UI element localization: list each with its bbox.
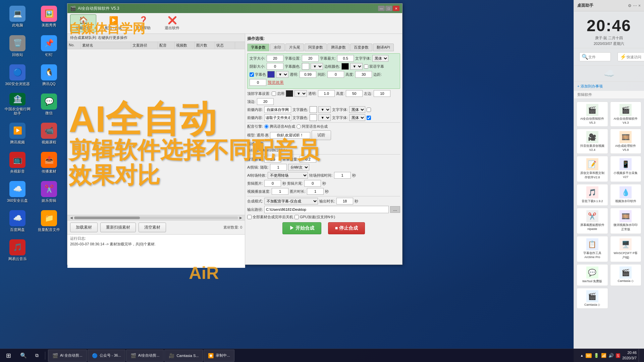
- font-bg-checkbox-label[interactable]: 字幕色: [250, 72, 266, 77]
- quick-access-bar[interactable]: ⚡: [618, 52, 644, 61]
- pre-checkbox2[interactable]: [367, 116, 371, 120]
- taskbar-item-camtasia[interactable]: 🎥 Camtasia S...: [164, 350, 203, 362]
- icon-this-pc[interactable]: 💻 此电脑: [3, 3, 32, 30]
- font-bg-color-box[interactable]: [267, 71, 275, 78]
- top-left-input[interactable]: [374, 90, 390, 97]
- tab-tencent-params[interactable]: 腾讯参数: [327, 44, 350, 51]
- sidebar-app-winscp[interactable]: 🖥️ WinSCP(SFT P客户端): [610, 236, 642, 262]
- top-height-input[interactable]: [346, 90, 363, 97]
- icon-dingding[interactable]: 📌 钉钉: [34, 33, 64, 59]
- pre-font2-select[interactable]: 黑体: [349, 114, 365, 121]
- scroll-right-arrow[interactable]: ▶: [238, 216, 244, 220]
- tts-tencent-label[interactable]: 腾讯语音AI合成: [264, 124, 295, 129]
- height-input[interactable]: [355, 71, 372, 78]
- show-desktop-button[interactable]: [639, 349, 641, 362]
- sidebar-app-ai43[interactable]: 🎬 AI全自动剪辑软件V4.3: [610, 102, 642, 127]
- sidebar-app-aiprocess[interactable]: 🎞️ AI合成处理软件V5.8: [610, 129, 642, 154]
- taskbar-item-recording[interactable]: ⏺️ 录制中...: [204, 350, 234, 362]
- task-view-button[interactable]: ⧉: [30, 349, 44, 362]
- tray-battery-icon[interactable]: 🔋: [594, 353, 599, 358]
- ai-transition-select[interactable]: 不使用转场: [268, 172, 308, 179]
- transparent-input[interactable]: [300, 71, 316, 78]
- tts-test-button[interactable]: 试听: [312, 130, 331, 140]
- maximize-button[interactable]: □: [385, 6, 392, 11]
- file-search-input[interactable]: [588, 55, 608, 59]
- shutdown-label[interactable]: 全部素材合成完毕后关机: [247, 215, 293, 220]
- icon-tencent-video[interactable]: ▶️ 腾讯视频: [3, 120, 32, 147]
- icon-recycle[interactable]: 🗑️ 回收站: [3, 33, 32, 59]
- sidebar-app-article[interactable]: 📝 原创文章和图文制作软件V2.8: [577, 156, 608, 182]
- toolbar-dubbing-btn[interactable]: ▶️ 配音+合成: [100, 15, 127, 32]
- horizontal-scrollbar[interactable]: ◀ ▶: [67, 215, 245, 220]
- tab-intro-outro[interactable]: 片头尾: [285, 44, 304, 51]
- sidebar-app-collect[interactable]: 📱 小视频多平台采集V27: [610, 156, 642, 182]
- icon-media-material[interactable]: 📤 传播素材: [34, 149, 64, 176]
- icon-wechat[interactable]: 💬 微信: [34, 91, 64, 118]
- tab-watermark[interactable]: 水印: [270, 44, 285, 51]
- minimize-button[interactable]: —: [378, 6, 385, 11]
- icon-abc-bank[interactable]: 🏦 中国农业银行网助手: [3, 91, 32, 118]
- file-search-bar[interactable]: 🔍: [579, 52, 611, 61]
- sidebar-app-douyin[interactable]: 🎥 抖音批量原创视频V2.4: [577, 129, 608, 154]
- pre-content1-input[interactable]: [264, 106, 291, 113]
- icon-entertainment-edit[interactable]: ✂️ 娱乐剪辑: [34, 179, 64, 205]
- icon-qq[interactable]: 🐧 腾讯QQ: [34, 62, 64, 88]
- add-material-button[interactable]: 加载素材: [70, 223, 98, 232]
- start-synthesis-button[interactable]: ▶ 开始合成: [282, 222, 321, 234]
- output-duration-input[interactable]: [336, 198, 353, 204]
- icon-netease-music[interactable]: 🎵 网易云音乐: [3, 237, 32, 264]
- sidebar-app-weirun[interactable]: 🎞️ 微润视频加水印印正常版: [610, 208, 642, 234]
- top-caption-color-box[interactable]: [286, 90, 293, 97]
- font-type-select[interactable]: 黑体: [372, 55, 388, 62]
- pre-color1-box[interactable]: [310, 106, 317, 113]
- icon-baidu-pan[interactable]: ☁️ 百度网盘: [3, 208, 32, 235]
- toolbar-exit-btn[interactable]: ❌ 退出软件: [159, 15, 185, 32]
- font-color-select[interactable]: ▼: [311, 63, 323, 70]
- sidebar-app-snip[interactable]: ✂️ 屏幕截图贴图软件nipaste: [577, 208, 608, 234]
- icon-360browser[interactable]: 🔵 360安全浏览器: [3, 62, 32, 88]
- sidebar-app-wetool[interactable]: 💬 WeTool 免费版: [577, 264, 608, 286]
- tab-translate-api[interactable]: 翻译API: [373, 44, 394, 51]
- icon-cctv[interactable]: 📺 央视影音: [3, 149, 32, 176]
- sidebar-app-ai53[interactable]: 🎬 AI全自动剪辑软件V5.3: [577, 102, 608, 127]
- top-transparent-input[interactable]: [318, 90, 335, 97]
- sidebar-close-icon[interactable]: ×: [638, 3, 641, 8]
- tray-expand-icon[interactable]: ▲: [580, 354, 584, 357]
- gpu-checkbox[interactable]: [294, 215, 299, 219]
- border-margin-input[interactable]: [250, 79, 266, 86]
- shutdown-checkbox[interactable]: [247, 215, 252, 219]
- bg-audio-vol-input[interactable]: [264, 156, 281, 163]
- sidebar-app-audio-dl[interactable]: 🎵 音批下载9.1.9.2: [577, 184, 608, 206]
- close-button[interactable]: ✕: [393, 6, 399, 11]
- font-size-input[interactable]: [267, 55, 283, 62]
- tray-input-icon[interactable]: S: [616, 353, 620, 358]
- pic-duration-input[interactable]: [307, 188, 324, 195]
- ai-clip-unit-select[interactable]: 分钟/次: [288, 164, 309, 171]
- tts-tencent-radio[interactable]: [264, 124, 269, 129]
- tab-baidu-params[interactable]: 百度参数: [350, 44, 372, 51]
- video-speed-input[interactable]: [272, 188, 288, 195]
- add-workspace-btn[interactable]: + 添加到办事项: [574, 82, 644, 91]
- icon-batch-dubbing[interactable]: 📁 批量配音文件: [34, 208, 64, 235]
- top-caption-color-select[interactable]: ▼: [294, 90, 307, 97]
- tray-volume-icon[interactable]: 🔊: [608, 353, 614, 358]
- shadow-size-input[interactable]: [267, 63, 283, 70]
- sidebar-app-camtasia2[interactable]: 🎬 Camtasia ◇: [577, 288, 608, 309]
- font-bg-checkbox[interactable]: [250, 72, 254, 77]
- font-pos-input[interactable]: [302, 55, 319, 62]
- tab-font-params[interactable]: 字幕参数: [247, 44, 269, 51]
- pre-color2-select[interactable]: ▼: [318, 114, 331, 121]
- stop-synthesis-button[interactable]: ■ 停止合成: [328, 222, 365, 234]
- toolbar-intro-btn[interactable]: 🏠 功能介绍: [70, 14, 96, 32]
- gpu-label[interactable]: GPU加速(仅支持N卡): [294, 215, 335, 220]
- font-bg-color-select[interactable]: ▼: [276, 71, 288, 78]
- scrollbar-track[interactable]: [74, 217, 238, 219]
- output-path-input[interactable]: [264, 206, 389, 213]
- toolbar-help-btn[interactable]: ❓ 使用帮助: [130, 15, 156, 32]
- clip-pic-input[interactable]: [264, 180, 281, 187]
- tts-ali-radio[interactable]: [297, 124, 301, 129]
- icon-meituxiuxiu[interactable]: 🖼️ 美图秀秀: [34, 3, 64, 30]
- taskbar-item-ai[interactable]: 🎬 AI 全自动剪...: [48, 350, 87, 362]
- taskbar-item-ai2[interactable]: 🎬 AI全自动剪...: [126, 350, 164, 362]
- taskbar-item-gongzhonghao[interactable]: 🔵 公众号 - 36...: [88, 350, 125, 362]
